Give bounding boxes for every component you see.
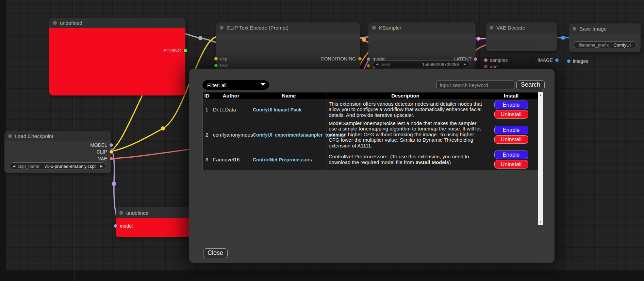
increment-arrow-icon[interactable]: ▶ (464, 63, 466, 66)
node-error-body (49, 28, 185, 95)
output-port-model[interactable] (110, 143, 113, 147)
node-title-bar[interactable]: KSampler (368, 22, 476, 33)
table-row: 3Fannovel16ControlNet PreprocessorsContr… (203, 149, 539, 170)
reroute-dot-clip[interactable] (161, 126, 165, 130)
search-button[interactable]: Search (516, 80, 545, 90)
node-title-bar[interactable]: undefined (116, 207, 194, 218)
column-header: Description (327, 92, 484, 99)
node-save-image[interactable]: Save Image images filename_prefix ComfyU… (569, 23, 641, 52)
output-port-vae[interactable] (110, 157, 113, 160)
output-slot-string[interactable]: STRING (163, 48, 187, 53)
input-port-model[interactable] (114, 224, 117, 228)
filter-select[interactable]: Filter: all (202, 80, 269, 90)
slot-label: CONDITIONING (321, 56, 356, 62)
uninstall-button[interactable]: Uninstall (494, 110, 528, 119)
input-port-model[interactable] (367, 57, 370, 61)
output-slot-model[interactable]: MODEL (90, 143, 113, 147)
widget-label: ckpt_name (18, 164, 39, 169)
ckpt-name-widget[interactable]: ◀ ckpt_name v1-5-pruned-emaonly.ckpt ▶ (10, 162, 106, 170)
extension-name-cell: ComfyUI_experiments/sampler_tonemap (251, 120, 327, 149)
input-port-positive[interactable] (367, 64, 370, 68)
slot-label: VAE (98, 156, 107, 161)
seed-widget[interactable]: ◀ seed 156680208700286 ▶ (373, 60, 469, 68)
collapse-dot-icon[interactable] (490, 26, 493, 30)
node-title-bar[interactable]: Load Checkpoint (4, 131, 111, 141)
slot-label: clip (220, 56, 227, 62)
input-slot-clip[interactable]: clip (214, 56, 227, 61)
slot-label: samples (490, 57, 508, 63)
node-title: CLIP Text Encode (Prompt) (227, 25, 288, 31)
output-port-string[interactable] (184, 49, 187, 52)
enable-button[interactable]: Enable (494, 126, 528, 134)
node-title: undefined (126, 210, 149, 216)
node-load-checkpoint[interactable]: Load Checkpoint MODEL CLIP VAE ◀ ckpt_na… (4, 131, 111, 173)
output-slot-conditioning[interactable]: CONDITIONING (321, 56, 362, 61)
reroute-dot-cond[interactable] (362, 38, 366, 42)
reroute-dot-latent[interactable] (477, 37, 480, 41)
extension-name-cell: ComfyUI Impact Pack (251, 99, 327, 120)
extension-link[interactable]: ControlNet Preprocessors (253, 157, 312, 162)
collapse-dot-icon[interactable] (8, 134, 12, 138)
extension-id: 1 (203, 99, 211, 120)
increment-arrow-icon[interactable]: ▶ (100, 165, 103, 168)
extension-manager-dialog: Filter: all Search IDAuthorNameDescripti… (189, 69, 555, 263)
input-port-images[interactable] (567, 59, 571, 63)
widget-value: ComfyUI (613, 42, 631, 48)
install-cell: EnableUninstall (484, 99, 539, 120)
node-title: Load Checkpoint (15, 133, 53, 139)
slot-label: vae (490, 64, 498, 69)
close-button[interactable]: Close (203, 248, 228, 258)
decrement-arrow-icon[interactable]: ◀ (13, 165, 15, 168)
output-port-image[interactable] (555, 58, 559, 62)
table-scrollbar[interactable]: ▲ ▼ (538, 92, 543, 225)
extension-name-cell: ControlNet Preprocessors (251, 149, 327, 170)
collapse-dot-icon[interactable] (573, 27, 576, 31)
node-model-undefined[interactable]: undefined model (116, 207, 194, 237)
node-ksampler[interactable]: KSampler model positive negative latent_… (368, 22, 476, 70)
node-vae-decode[interactable]: VAE Decode samples vae IMAGE (486, 22, 557, 51)
filename-prefix-widget[interactable]: filename_prefix ComfyUI (573, 41, 637, 48)
input-port-text[interactable] (214, 64, 218, 67)
search-input[interactable] (436, 81, 514, 89)
enable-button[interactable]: Enable (494, 101, 528, 109)
collapse-dot-icon[interactable] (372, 26, 376, 30)
node-string-undefined[interactable]: undefined STRING (49, 18, 185, 95)
extension-link[interactable]: ComfyUI Impact Pack (253, 107, 301, 112)
node-title-bar[interactable]: Save Image (569, 23, 641, 34)
node-title-bar[interactable]: CLIP Text Encode (Prompt) (216, 22, 360, 33)
scroll-up-icon[interactable]: ▲ (539, 92, 542, 98)
output-port-latent[interactable] (474, 57, 477, 61)
output-slot-vae[interactable]: VAE (98, 156, 113, 161)
collapse-dot-icon[interactable] (119, 211, 123, 215)
reroute-dot-image[interactable] (561, 36, 565, 40)
slot-label: model (120, 223, 133, 229)
uninstall-button[interactable]: Uninstall (494, 160, 528, 169)
input-port-samples[interactable] (484, 58, 488, 62)
collapse-dot-icon[interactable] (220, 26, 224, 30)
input-slot-images[interactable]: images (567, 59, 588, 64)
output-port-clip[interactable] (110, 150, 113, 154)
install-cell: EnableUninstall (484, 149, 539, 170)
input-slot-model[interactable]: model (114, 224, 133, 228)
collapse-dot-icon[interactable] (53, 21, 57, 25)
input-port-vae[interactable] (484, 65, 488, 68)
reroute-dot-model[interactable] (112, 182, 116, 186)
uninstall-button[interactable]: Uninstall (494, 135, 528, 144)
node-title: KSampler (379, 25, 401, 31)
comfyui-app: undefined STRING CLIP Text Encode (Promp… (0, 0, 644, 281)
input-slot-samples[interactable]: samples (484, 58, 508, 63)
input-port-clip[interactable] (214, 57, 218, 60)
input-slot-text[interactable]: text (214, 63, 228, 68)
output-port-conditioning[interactable] (358, 57, 362, 60)
output-slot-image[interactable]: IMAGE (538, 58, 559, 63)
reroute-dot-string[interactable] (198, 36, 202, 40)
node-title-bar[interactable]: undefined (49, 18, 185, 28)
slot-label: images (573, 58, 588, 64)
input-slot-vae[interactable]: vae (484, 64, 498, 69)
slot-label: text (220, 63, 228, 68)
enable-button[interactable]: Enable (494, 151, 528, 159)
scroll-down-icon[interactable]: ▼ (539, 219, 542, 225)
output-slot-clip[interactable]: CLIP (97, 150, 113, 154)
node-title-bar[interactable]: VAE Decode (486, 22, 557, 33)
decrement-arrow-icon[interactable]: ◀ (376, 63, 378, 66)
